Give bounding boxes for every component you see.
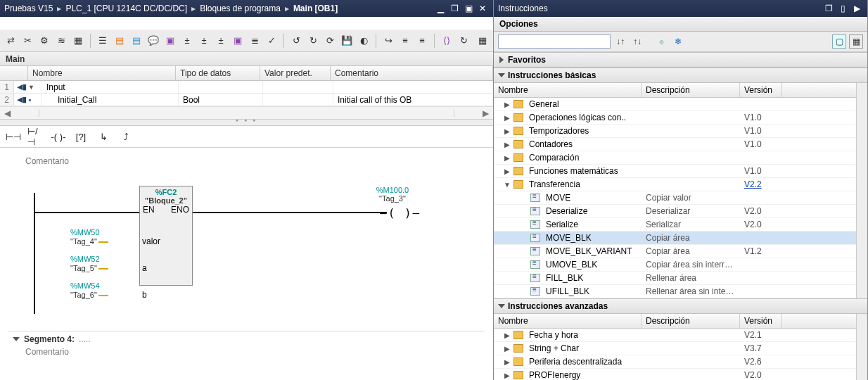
expander-icon[interactable]: ▶	[504, 114, 511, 122]
fb-param[interactable]: %MW50 "Tag_4"valor	[70, 228, 110, 246]
coil-icon[interactable]: -( )-	[49, 129, 68, 144]
col-comment[interactable]: Comentario	[331, 66, 493, 80]
tool-icon[interactable]: ▤	[129, 33, 144, 49]
var-comment[interactable]: Initial call of this OB	[333, 94, 493, 106]
tool-icon[interactable]: ≋	[53, 33, 69, 49]
tool-icon[interactable]: ⟳	[322, 33, 338, 49]
expander-icon[interactable]: ▼	[504, 181, 511, 189]
tool-icon[interactable]: ☰	[95, 33, 110, 49]
contact-no-icon[interactable]: ⊢⊣	[4, 129, 23, 144]
contact-nc-icon[interactable]: ⊢/⊣	[27, 129, 45, 144]
interface-row[interactable]: 1 ◀▮ ▼ Input	[0, 81, 493, 94]
tree-row[interactable]: MOVECopiar valor	[494, 191, 856, 205]
expander-icon[interactable]: ▶	[504, 154, 511, 162]
tool-icon[interactable]: ▣	[230, 33, 245, 49]
var-comment[interactable]	[333, 81, 493, 93]
tool-icon[interactable]: ◐	[356, 33, 371, 49]
basic-section[interactable]: Instrucciones básicas	[494, 68, 867, 83]
tool-icon[interactable]: ↻	[305, 33, 321, 49]
tree-row[interactable]: UFILL_BLKRellenar área sin interru..	[494, 285, 856, 298]
v-scrollbar[interactable]	[856, 83, 867, 298]
crumb-1[interactable]: PLC_1 [CPU 1214C DC/DC/DC]	[65, 4, 187, 13]
expander-icon[interactable]: ▶	[504, 127, 511, 135]
var-type[interactable]	[179, 81, 263, 93]
maximize-icon[interactable]: ▣	[462, 3, 475, 14]
tree-row[interactable]: ▶Comparación	[494, 151, 856, 165]
tool-icon[interactable]: ↺	[288, 33, 304, 49]
branch-open-icon[interactable]: ↳	[94, 129, 113, 144]
tool-icon[interactable]: ▣	[162, 33, 178, 49]
tree-row[interactable]: ▶Funciones matemáticasV1.0	[494, 165, 856, 178]
tree-row[interactable]: SerializeSerializarV2.0	[494, 218, 856, 232]
tree-row[interactable]: MOVE_BLKCopiar área	[494, 232, 856, 245]
tree-row[interactable]: MOVE_BLK_VARIANTCopiar áreaV1.2	[494, 245, 856, 258]
dock-icon[interactable]: ❐	[822, 3, 835, 14]
tree-row[interactable]: ▶Operaciones lógicas con..V1.0	[494, 111, 856, 125]
collapse-icon[interactable]: ▶	[850, 3, 863, 14]
tool-icon[interactable]: ±	[179, 33, 195, 49]
favorites-section[interactable]: Favoritos	[494, 52, 867, 68]
restore-icon[interactable]: ❐	[448, 3, 461, 14]
network-comment[interactable]: Comentario	[25, 347, 485, 357]
chevron-down-icon[interactable]	[13, 337, 20, 341]
function-block[interactable]: %FC2 "Bloque_2" EN ENO	[139, 186, 193, 286]
tool-icon[interactable]: 💾	[339, 33, 355, 49]
tool-icon[interactable]: ▦	[475, 33, 490, 49]
tree-row[interactable]: ▶Periferia descentralizadaV2.6	[494, 355, 856, 369]
view-icon[interactable]: ▢	[832, 34, 846, 49]
var-type[interactable]: Bool	[179, 94, 263, 106]
tree-row[interactable]: UMOVE_BLKCopiar área sin interrup..	[494, 258, 856, 272]
sort-desc-icon[interactable]: ↑↓	[630, 34, 644, 49]
tool-icon[interactable]: 💬	[146, 33, 161, 49]
basic-tree[interactable]: ▶General▶Operaciones lógicas con..V1.0▶T…	[494, 98, 856, 298]
tool-icon[interactable]: ±	[196, 33, 212, 49]
minimize-icon[interactable]: ▁	[434, 3, 447, 14]
tree-row[interactable]: DeserializeDeserializarV2.0	[494, 205, 856, 218]
sort-asc-icon[interactable]: ↓↑	[613, 34, 627, 49]
crumb-2[interactable]: Bloques de programa	[200, 4, 281, 13]
col-type[interactable]: Tipo de datos	[176, 66, 260, 80]
network-comment[interactable]: Comentario	[25, 156, 485, 166]
col-name[interactable]: Nombre	[28, 66, 176, 80]
fb-param[interactable]: %MW54 "Tag_6"b	[70, 281, 110, 300]
tree-row[interactable]: ▼TransferenciaV2.2	[494, 178, 856, 191]
tree-col-name[interactable]: Nombre	[494, 83, 642, 97]
expander-icon[interactable]: ▶	[504, 345, 511, 353]
branch-close-icon[interactable]: ⤴	[117, 129, 135, 144]
tool-icon[interactable]: ⚙	[37, 33, 52, 49]
tree-col-ver[interactable]: Versión	[740, 83, 782, 97]
tool-icon[interactable]: ✂	[20, 33, 35, 49]
adv-tree[interactable]: ▶Fecha y horaV2.1▶String + CharV3.7▶Peri…	[494, 329, 856, 380]
tool-icon[interactable]: ↪	[381, 33, 396, 49]
tool-icon[interactable]: ≡	[397, 33, 413, 49]
var-name[interactable]: Initial_Call	[42, 94, 179, 106]
tree-col-name[interactable]: Nombre	[494, 314, 642, 328]
segment-header[interactable]: Segmento 4: .....	[13, 334, 485, 344]
advanced-section[interactable]: Instrucciones avanzadas	[494, 298, 867, 314]
refresh-icon[interactable]: ❄	[671, 34, 685, 49]
var-name[interactable]: Input	[42, 81, 179, 93]
tool-icon[interactable]: ±	[213, 33, 229, 49]
tool-icon[interactable]: ≡	[414, 33, 430, 49]
v-scrollbar[interactable]	[856, 314, 867, 380]
horizontal-splitter[interactable]	[0, 119, 493, 126]
tool-icon[interactable]: ↻	[456, 33, 471, 49]
tree-row[interactable]: ▶String + CharV3.7	[494, 342, 856, 355]
pin-icon[interactable]: ▯	[836, 3, 849, 14]
tool-icon[interactable]: ≣	[247, 33, 262, 49]
scroll-right-icon[interactable]: ▶	[483, 108, 489, 118]
expander-icon[interactable]: ▶	[504, 167, 511, 175]
tool-icon[interactable]: ▤	[112, 33, 127, 49]
var-default[interactable]	[263, 94, 333, 106]
tool-icon[interactable]: ⇄	[3, 33, 18, 49]
crumb-3[interactable]: Main [OB1]	[293, 4, 338, 13]
tree-col-ver[interactable]: Versión	[740, 314, 782, 328]
network-area[interactable]: Comentario %FC2 "Bloque_2" EN ENO %MW50 …	[0, 148, 493, 380]
options-header[interactable]: Opciones	[494, 17, 867, 32]
close-icon[interactable]: ✕	[476, 3, 489, 14]
coil-icon[interactable]: —( )—	[380, 206, 421, 220]
tool-icon[interactable]: ▦	[70, 33, 86, 49]
tree-row[interactable]: FILL_BLKRellenar área	[494, 272, 856, 285]
expander-icon[interactable]: ▶	[504, 358, 511, 366]
coil-label[interactable]: %M100.0 "Tag_3"	[364, 186, 421, 203]
